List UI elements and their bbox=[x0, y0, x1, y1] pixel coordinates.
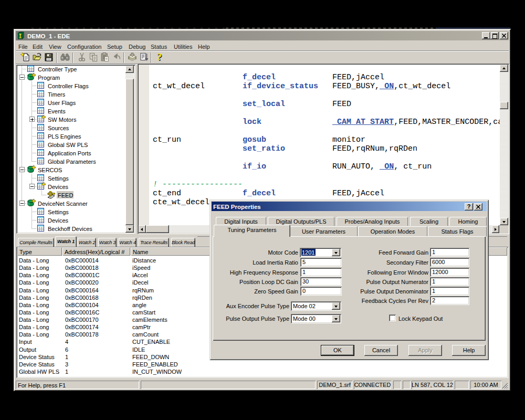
svg-text:?: ? bbox=[157, 52, 162, 62]
